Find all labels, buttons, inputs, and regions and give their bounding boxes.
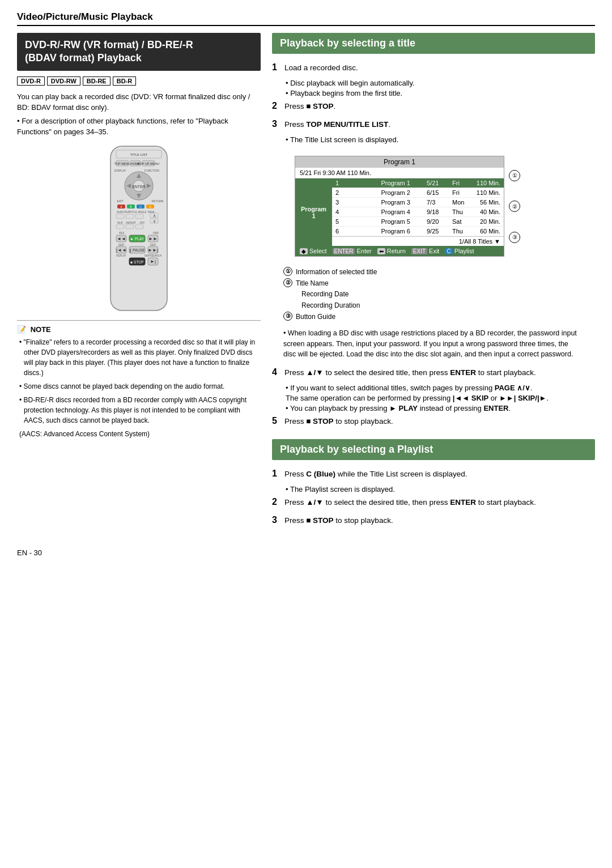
playlist-button: C Playlist (445, 248, 474, 254)
table-row: 4 Program 4 9/18 Thu 40 Min. (332, 207, 504, 217)
svg-text:◄◄: ◄◄ (117, 236, 126, 241)
enter-label: Enter (356, 248, 371, 254)
svg-text:EXIT: EXIT (117, 199, 123, 203)
svg-text:■ STOP: ■ STOP (130, 260, 143, 264)
page-footer: EN - 30 (17, 548, 595, 557)
svg-rect-33 (126, 214, 134, 219)
section1-title: Playback by selecting a title (272, 33, 595, 54)
step-1-bullet-1: • Disc playback will begin automatically… (284, 79, 595, 87)
marker-1: ① (509, 170, 520, 181)
svg-text:FUNCTION: FUNCTION (144, 169, 159, 172)
svg-text:C: C (139, 205, 142, 209)
svg-text:∧: ∧ (153, 214, 156, 218)
left-description: You can play back a recorded disc (DVD: … (17, 91, 261, 138)
note-item-3: • BD-RE/-R discs recorded from a BD reco… (17, 395, 261, 426)
svg-text:SUBTITLE: SUBTITLE (125, 211, 137, 214)
title-list-body: Program1 1 Program 1 5/21 Fri 110 Min. 2 (295, 178, 504, 246)
note-section: 📝 NOTE • "Finalize" refers to a recorder… (17, 320, 261, 439)
return-button: ⬅ Return (377, 248, 406, 254)
svg-text:PinP: PinP (117, 222, 123, 224)
note-item-4: (AACS: Advanced Access Content System) (17, 429, 261, 439)
svg-text:|◄◄: |◄◄ (116, 248, 126, 253)
table-row: 3 Program 3 7/3 Mon 56 Min. (332, 198, 504, 207)
title-list-screen: Program 1 5/21 Fri 9:30 AM 110 Min. Prog… (295, 156, 504, 257)
section-main-title: DVD-R/-RW (VR format) / BD-RE/-R (BDAV f… (25, 39, 253, 65)
playlist-step-1-bullet: • The Playlist screen is displayed. (284, 485, 595, 493)
annotation-1: ① Information of selected title (283, 267, 595, 278)
svg-text:REV: REV (119, 232, 124, 235)
page-header-title: Video/Picture/Music Playback (17, 11, 153, 22)
select-icon: ◆ (300, 248, 308, 254)
table-row: 6 Program 6 9/25 Thu 60 Min. (332, 227, 504, 236)
left-column: DVD-R/-RW (VR format) / BD-RE/-R (BDAV f… (17, 33, 261, 531)
table-row: 5 Program 5 9/20 Sat 20 Min. (332, 217, 504, 227)
svg-text:ENTER: ENTER (132, 185, 146, 189)
svg-text:‖ PAUSE: ‖ PAUSE (129, 248, 145, 253)
annotations: ① Information of selected title ② Title … (283, 267, 595, 322)
svg-text:►|: ►| (150, 259, 156, 264)
page-header: Video/Picture/Music Playback (17, 11, 595, 26)
title-list-rows: 1 Program 1 5/21 Fri 110 Min. 2 Program … (332, 178, 504, 246)
svg-text:SKIP: SKIP (118, 244, 124, 246)
title-list-header: Program 1 (295, 156, 504, 168)
svg-rect-34 (135, 214, 143, 219)
table-row: 2 Program 2 6/15 Fri 110 Min. (332, 188, 504, 198)
svg-rect-44 (135, 224, 143, 229)
selected-program-label: Program1 (295, 178, 332, 246)
svg-text:TITLE LIST: TITLE LIST (130, 153, 148, 156)
right-column: Playback by selecting a title 1 Load a r… (272, 33, 595, 531)
note-title: 📝 NOTE (17, 325, 261, 334)
badge-dvdr: DVD-R (17, 76, 45, 86)
select-label: Select (309, 248, 327, 254)
svg-text:POP UP MENU: POP UP MENU (138, 162, 159, 165)
playlist-step-2: 2 Press ▲/▼ to select the desired title,… (272, 495, 595, 509)
svg-text:RETURN: RETURN (152, 199, 164, 203)
return-icon: ⬅ (377, 248, 385, 254)
svg-text:∨: ∨ (153, 219, 156, 223)
svg-text:ANGLE: ANGLE (138, 211, 146, 214)
svg-rect-43 (126, 224, 134, 229)
svg-text:►►: ►► (148, 236, 158, 241)
annotation-3: ③ Button Guide (283, 312, 595, 322)
enter-button: ENTER Enter (333, 248, 372, 254)
annotation-2: ② Title Name Recording Date Recording Du… (283, 278, 595, 311)
marker-3: ③ (509, 232, 520, 243)
note-item-1: • "Finalize" refers to a recorder proces… (17, 337, 261, 378)
svg-text:► PLAY: ► PLAY (130, 237, 144, 241)
step-5: 5 Press ■ STOP to stop playback. (272, 414, 595, 428)
badge-bdr: BD-R (113, 76, 137, 86)
title-list-footer: 1/All 8 Titles ▼ (332, 236, 504, 246)
section-title-box: DVD-R/-RW (VR format) / BD-RE/-R (BDAV f… (17, 33, 261, 71)
exit-button: EXIT Exit (411, 248, 440, 254)
playlist-icon: C (445, 248, 452, 254)
marker-2: ② (509, 201, 520, 212)
title-list-subheader: 5/21 Fri 9:30 AM 110 Min. (295, 168, 504, 178)
enter-icon: ENTER (333, 248, 355, 254)
remote-svg: TITLE LIST TOP MENU HOME POP UP MENU DIS… (85, 143, 193, 313)
playlist-step-1: 1 Press C (Blue) while the Title List sc… (272, 467, 595, 480)
return-label: Return (387, 248, 406, 254)
step-4: 4 Press ▲/▼ to select the desired title,… (272, 365, 595, 379)
svg-text:D: D (149, 205, 151, 209)
note-item-2: • Some discs cannot be played back depen… (17, 381, 261, 392)
exit-label: Exit (429, 248, 439, 254)
step-1: 1 Load a recorded disc. (272, 61, 595, 74)
password-note: • When loading a BD disc with usage rest… (283, 328, 578, 360)
svg-text:SKIP/SEARCH: SKIP/SEARCH (144, 254, 162, 257)
select-button: ◆ Select (300, 248, 327, 254)
svg-rect-42 (116, 224, 124, 229)
svg-text:DISPLAY: DISPLAY (114, 169, 126, 172)
disc-badges: DVD-R DVD-RW BD-RE BD-R (17, 76, 261, 86)
svg-text:FWD: FWD (153, 232, 159, 235)
table-row: 1 Program 1 5/21 Fri 110 Min. (332, 178, 504, 188)
exit-icon: EXIT (411, 248, 427, 254)
svg-text:REPEAT: REPEAT (126, 222, 136, 224)
remote-image: TITLE LIST TOP MENU HOME POP UP MENU DIS… (17, 143, 261, 313)
playlist-label: Playlist (454, 248, 474, 254)
svg-rect-32 (116, 214, 124, 219)
step-4-bullet-3: • You can playback by pressing ► PLAY in… (284, 404, 595, 412)
playlist-step-3: 3 Press ■ STOP to stop playback. (272, 513, 595, 527)
badge-bdre: BD-RE (83, 76, 110, 86)
step-4-bullet-2: The same operation can be performed by p… (284, 394, 595, 402)
svg-text:OFF: OFF (140, 222, 145, 224)
